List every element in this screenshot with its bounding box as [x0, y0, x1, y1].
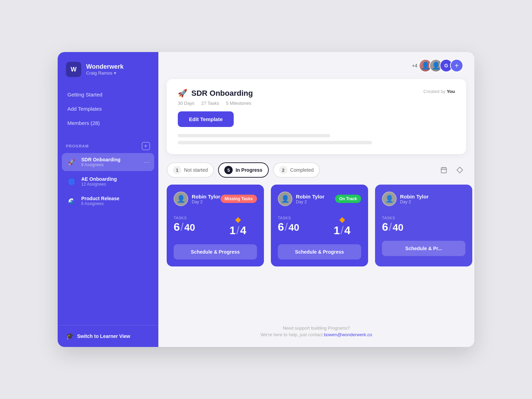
filter-completed[interactable]: 2 Completed [273, 162, 320, 178]
calendar-view-button[interactable] [438, 164, 450, 176]
template-milestones: 5 Milestones [226, 101, 251, 106]
card-0-diamond-icon: ◆ [235, 216, 241, 223]
program-list: 🚀 SDR Onboarding 8 Assignees ··· 🌀 AE On… [58, 153, 158, 210]
assignee-card-0: 👤 Robin Tylor Day 2 Missing Tasks Tasks … [167, 185, 264, 266]
app-container: W Wonderwerk Craig Ramos ▾ Getting Start… [58, 52, 474, 347]
card-1-milestones: ◆ 1/4 [323, 216, 361, 236]
card-2-stats: Tasks 6/40 [382, 213, 465, 235]
program-icon-ae: 🌀 [66, 176, 77, 187]
avatar-count: +4 [412, 63, 417, 68]
program-section-label: PROGRAM + [58, 136, 158, 153]
main-header: +4 👤 👤 G + [158, 52, 474, 79]
svg-rect-0 [441, 168, 447, 173]
template-card-header: 🚀 SDR Onboarding 30 Days 27 Tasks 5 Mile… [178, 89, 455, 106]
card-1-tasks-value: 6/40 [278, 221, 316, 232]
view-toggle [438, 164, 466, 176]
card-1-user: 👤 Robin Tylor Day 2 [278, 192, 324, 206]
program-name-ae: AE Onboarding [81, 176, 150, 182]
diamond-view-button[interactable] [454, 164, 466, 176]
card-1-day: Day 2 [296, 200, 324, 204]
card-2-day: Day 2 [400, 200, 429, 204]
sidebar-nav: Getting Started Add Templates Members (2… [58, 85, 158, 136]
main-footer: Need support building Programs? We're he… [158, 319, 474, 347]
sidebar: W Wonderwerk Craig Ramos ▾ Getting Start… [58, 52, 158, 347]
sidebar-item-add-templates[interactable]: Add Templates [66, 102, 150, 115]
template-meta: 30 Days 27 Tasks 5 Milestones [178, 101, 253, 106]
footer-email-link[interactable]: bowen@wonderwerk.co [324, 332, 372, 337]
sidebar-item-getting-started[interactable]: Getting Started [66, 88, 150, 101]
program-assignees-product: 6 Assignees [81, 201, 150, 206]
card-0-milestones: ◆ 1/4 [219, 216, 257, 236]
card-0-user: 👤 Robin Tylor Day 2 [174, 192, 220, 206]
card-0-avatar: 👤 [174, 192, 188, 206]
program-item-ae[interactable]: 🌀 AE Onboarding 12 Assignees [62, 172, 154, 190]
assignee-card-2: 👤 Robin Tylor Day 2 Tasks 6/40 [375, 185, 472, 266]
card-1-diamond-icon: ◆ [339, 216, 345, 223]
card-0-badge: Missing Tasks [221, 195, 257, 203]
card-2-schedule-button[interactable]: Schedule & Pr... [382, 241, 465, 256]
card-1-badge: On Track [335, 195, 361, 203]
card-0-tasks-label: Tasks [174, 216, 212, 220]
filter-not-started[interactable]: 1 Not started [167, 162, 214, 178]
card-2-tasks-value: 6/40 [382, 221, 465, 232]
program-name-sdr: SDR Onboarding [81, 157, 140, 162]
add-program-button[interactable]: + [142, 142, 150, 150]
avatar-group: +4 👤 👤 G + [412, 59, 463, 72]
program-assignees-ae: 12 Assignees [81, 182, 150, 187]
logo-icon: W [66, 62, 81, 77]
sidebar-item-members[interactable]: Members (28) [66, 117, 150, 129]
card-0-schedule-button[interactable]: Schedule & Progress [174, 244, 257, 260]
card-0-day: Day 2 [192, 200, 220, 204]
program-item-sdr[interactable]: 🚀 SDR Onboarding 8 Assignees ··· [62, 153, 154, 171]
skeleton-line-2 [178, 141, 372, 144]
skeleton-line-1 [178, 134, 330, 137]
filter-count-not-started: 1 [173, 166, 181, 174]
program-name-product: Product Release [81, 196, 150, 201]
card-2-username: Robin Tylor [400, 194, 429, 200]
program-icon-sdr: 🚀 [66, 156, 77, 168]
sidebar-header: W Wonderwerk Craig Ramos ▾ [58, 52, 158, 85]
card-2-tasks: Tasks 6/40 [382, 216, 465, 232]
card-1-stats: Tasks 6/40 ◆ 1/4 [278, 213, 361, 239]
card-1-tasks-label: Tasks [278, 216, 316, 220]
card-2-header: 👤 Robin Tylor Day 2 [382, 192, 465, 206]
card-0-username: Robin Tylor [192, 194, 220, 200]
filter-label-in-progress: In Progress [235, 167, 262, 173]
template-tasks: 27 Tasks [201, 101, 219, 106]
template-icon: 🚀 [178, 89, 187, 98]
svg-marker-4 [457, 167, 463, 173]
filter-row: 1 Not started 5 In Progress 2 Completed [158, 162, 474, 185]
card-2-tasks-label: Tasks [382, 216, 465, 220]
card-1-avatar: 👤 [278, 192, 292, 206]
add-member-button[interactable]: + [450, 59, 463, 72]
filter-label-not-started: Not started [184, 167, 208, 173]
card-0-milestones-value: 1/4 [230, 225, 246, 236]
assignee-card-1: 👤 Robin Tylor Day 2 On Track Tasks 6/40 [271, 185, 368, 266]
card-1-schedule-button[interactable]: Schedule & Progress [278, 244, 361, 260]
program-menu-sdr[interactable]: ··· [144, 159, 150, 166]
card-0-tasks: Tasks 6/40 [174, 216, 212, 236]
filter-in-progress[interactable]: 5 In Progress [218, 162, 268, 178]
program-assignees-sdr: 8 Assignees [81, 162, 140, 167]
template-card: 🚀 SDR Onboarding 30 Days 27 Tasks 5 Mile… [167, 79, 466, 154]
program-icon-product: 🌊 [66, 195, 77, 206]
card-1-username: Robin Tylor [296, 194, 324, 200]
template-days: 30 Days [178, 101, 194, 106]
card-0-header: 👤 Robin Tylor Day 2 Missing Tasks [174, 192, 257, 206]
filter-count-in-progress: 5 [224, 166, 233, 174]
card-1-tasks: Tasks 6/40 [278, 216, 316, 236]
footer-support-text: Need support building Programs? [158, 325, 474, 331]
filter-count-completed: 2 [279, 166, 288, 174]
card-2-avatar: 👤 [382, 192, 397, 206]
brand-name: Wonderwerk [86, 63, 124, 70]
card-0-stats: Tasks 6/40 ◆ 1/4 [174, 213, 257, 239]
filter-label-completed: Completed [290, 167, 314, 173]
card-1-milestones-value: 1/4 [334, 225, 350, 236]
edit-template-button[interactable]: Edit Template [178, 111, 234, 127]
program-item-product[interactable]: 🌊 Product Release 6 Assignees [62, 192, 154, 210]
created-by: Created by You [423, 89, 455, 94]
switch-learner-view-button[interactable]: 🎓 Switch to Learner View [58, 325, 158, 347]
main-content: +4 👤 👤 G + 🚀 SDR Onboarding 30 Days 27 T… [158, 52, 474, 347]
user-dropdown[interactable]: Craig Ramos ▾ [86, 70, 124, 76]
template-card-body [178, 134, 455, 144]
